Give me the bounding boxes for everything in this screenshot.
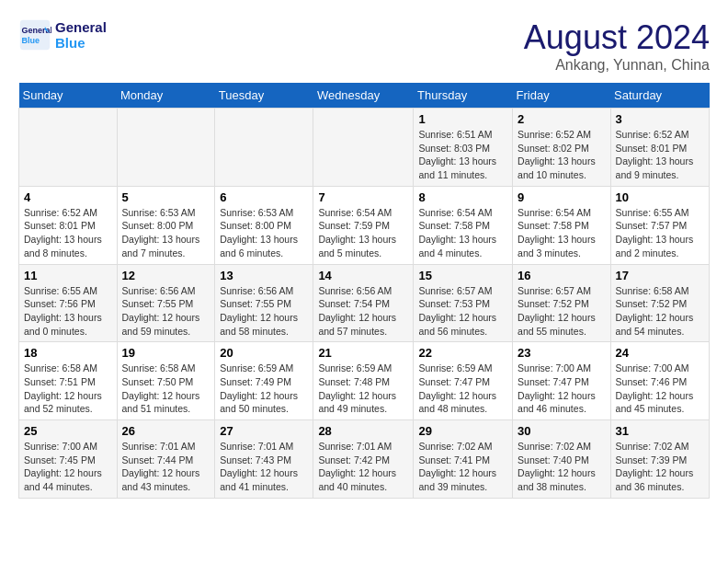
calendar-cell: 3Sunrise: 6:52 AMSunset: 8:01 PMDaylight… — [610, 109, 709, 187]
day-info: Sunrise: 6:55 AMSunset: 7:57 PMDaylight:… — [616, 206, 704, 260]
calendar-cell: 6Sunrise: 6:53 AMSunset: 8:00 PMDaylight… — [215, 186, 313, 264]
calendar-cell: 20Sunrise: 6:59 AMSunset: 7:49 PMDayligh… — [215, 342, 313, 420]
day-info: Sunrise: 6:59 AMSunset: 7:48 PMDaylight:… — [318, 362, 408, 416]
day-info: Sunrise: 7:00 AMSunset: 7:45 PMDaylight:… — [24, 440, 112, 494]
month-title: August 2024 — [524, 18, 710, 57]
location-title: Ankang, Yunnan, China — [524, 57, 710, 74]
day-number: 17 — [616, 269, 704, 282]
calendar-cell: 31Sunrise: 7:02 AMSunset: 7:39 PMDayligh… — [610, 420, 709, 499]
day-number: 13 — [220, 269, 308, 282]
weekday-header-tuesday: Tuesday — [215, 83, 313, 109]
day-number: 28 — [318, 424, 408, 438]
calendar-cell: 10Sunrise: 6:55 AMSunset: 7:57 PMDayligh… — [610, 186, 709, 264]
calendar-cell: 27Sunrise: 7:01 AMSunset: 7:43 PMDayligh… — [215, 420, 313, 499]
calendar-cell: 21Sunrise: 6:59 AMSunset: 7:48 PMDayligh… — [313, 342, 414, 420]
day-number: 20 — [220, 346, 308, 360]
weekday-header-monday: Monday — [117, 83, 215, 109]
day-number: 24 — [616, 346, 704, 360]
day-info: Sunrise: 6:53 AMSunset: 8:00 PMDaylight:… — [122, 206, 210, 260]
day-number: 31 — [616, 424, 704, 438]
calendar-cell: 7Sunrise: 6:54 AMSunset: 7:59 PMDaylight… — [313, 186, 414, 264]
calendar-cell: 29Sunrise: 7:02 AMSunset: 7:41 PMDayligh… — [414, 420, 513, 499]
day-info: Sunrise: 7:01 AMSunset: 7:42 PMDaylight:… — [318, 440, 408, 494]
calendar-cell — [117, 109, 215, 187]
calendar-cell: 26Sunrise: 7:01 AMSunset: 7:44 PMDayligh… — [117, 420, 215, 499]
calendar-week-row: 25Sunrise: 7:00 AMSunset: 7:45 PMDayligh… — [19, 420, 710, 499]
calendar-cell: 4Sunrise: 6:52 AMSunset: 8:01 PMDaylight… — [19, 186, 118, 264]
calendar-cell: 11Sunrise: 6:55 AMSunset: 7:56 PMDayligh… — [19, 264, 118, 342]
title-area: August 2024 Ankang, Yunnan, China — [524, 18, 710, 74]
calendar-cell: 13Sunrise: 6:56 AMSunset: 7:55 PMDayligh… — [215, 264, 313, 342]
day-number: 3 — [616, 112, 704, 126]
calendar-cell: 9Sunrise: 6:54 AMSunset: 7:58 PMDaylight… — [513, 186, 611, 264]
day-info: Sunrise: 6:57 AMSunset: 7:53 PMDaylight:… — [418, 284, 507, 339]
day-number: 26 — [122, 424, 210, 438]
day-info: Sunrise: 6:52 AMSunset: 8:01 PMDaylight:… — [616, 128, 704, 182]
calendar-cell: 12Sunrise: 6:56 AMSunset: 7:55 PMDayligh… — [117, 264, 215, 342]
calendar-table: SundayMondayTuesdayWednesdayThursdayFrid… — [18, 83, 710, 499]
day-info: Sunrise: 6:52 AMSunset: 8:01 PMDaylight:… — [24, 206, 112, 260]
logo-text-blue: Blue — [55, 35, 107, 51]
day-number: 22 — [418, 346, 507, 360]
day-number: 15 — [418, 269, 507, 282]
calendar-cell: 28Sunrise: 7:01 AMSunset: 7:42 PMDayligh… — [313, 420, 414, 499]
day-number: 29 — [418, 424, 507, 438]
day-number: 4 — [24, 190, 112, 204]
day-number: 23 — [518, 346, 606, 360]
day-info: Sunrise: 6:54 AMSunset: 7:58 PMDaylight:… — [518, 206, 606, 260]
day-info: Sunrise: 6:59 AMSunset: 7:47 PMDaylight:… — [418, 362, 507, 416]
calendar-cell: 8Sunrise: 6:54 AMSunset: 7:58 PMDaylight… — [414, 186, 513, 264]
calendar-cell — [19, 109, 118, 187]
day-number: 6 — [220, 190, 308, 204]
day-number: 2 — [518, 112, 606, 126]
calendar-cell: 2Sunrise: 6:52 AMSunset: 8:02 PMDaylight… — [513, 109, 611, 187]
day-number: 10 — [616, 190, 704, 204]
svg-text:Blue: Blue — [22, 36, 40, 45]
day-number: 21 — [318, 346, 408, 360]
calendar-week-row: 18Sunrise: 6:58 AMSunset: 7:51 PMDayligh… — [19, 342, 710, 420]
logo-icon: General Blue — [18, 18, 51, 52]
day-info: Sunrise: 6:58 AMSunset: 7:51 PMDaylight:… — [24, 362, 112, 416]
calendar-week-row: 11Sunrise: 6:55 AMSunset: 7:56 PMDayligh… — [19, 264, 710, 342]
day-info: Sunrise: 6:52 AMSunset: 8:02 PMDaylight:… — [518, 128, 606, 182]
calendar-week-row: 4Sunrise: 6:52 AMSunset: 8:01 PMDaylight… — [19, 186, 710, 264]
logo: General Blue General Blue — [18, 18, 107, 52]
day-info: Sunrise: 7:02 AMSunset: 7:40 PMDaylight:… — [518, 440, 606, 494]
day-info: Sunrise: 6:59 AMSunset: 7:49 PMDaylight:… — [220, 362, 308, 416]
day-info: Sunrise: 6:58 AMSunset: 7:52 PMDaylight:… — [616, 284, 704, 339]
day-info: Sunrise: 7:01 AMSunset: 7:44 PMDaylight:… — [122, 440, 210, 494]
calendar-cell: 25Sunrise: 7:00 AMSunset: 7:45 PMDayligh… — [19, 420, 118, 499]
weekday-header-saturday: Saturday — [610, 83, 709, 109]
day-info: Sunrise: 6:58 AMSunset: 7:50 PMDaylight:… — [122, 362, 210, 416]
weekday-header-friday: Friday — [513, 83, 611, 109]
day-info: Sunrise: 7:00 AMSunset: 7:46 PMDaylight:… — [616, 362, 704, 416]
weekday-header-row: SundayMondayTuesdayWednesdayThursdayFrid… — [19, 83, 710, 109]
calendar-cell — [215, 109, 313, 187]
day-info: Sunrise: 6:53 AMSunset: 8:00 PMDaylight:… — [220, 206, 308, 260]
day-number: 7 — [318, 190, 408, 204]
calendar-cell: 19Sunrise: 6:58 AMSunset: 7:50 PMDayligh… — [117, 342, 215, 420]
day-number: 25 — [24, 424, 112, 438]
day-number: 14 — [318, 269, 408, 282]
calendar-cell: 24Sunrise: 7:00 AMSunset: 7:46 PMDayligh… — [610, 342, 709, 420]
calendar-cell — [313, 109, 414, 187]
day-info: Sunrise: 7:02 AMSunset: 7:39 PMDaylight:… — [616, 440, 704, 494]
day-number: 11 — [24, 269, 112, 282]
day-number: 16 — [518, 269, 606, 282]
day-number: 5 — [122, 190, 210, 204]
day-info: Sunrise: 7:01 AMSunset: 7:43 PMDaylight:… — [220, 440, 308, 494]
calendar-cell: 23Sunrise: 7:00 AMSunset: 7:47 PMDayligh… — [513, 342, 611, 420]
day-info: Sunrise: 6:54 AMSunset: 7:58 PMDaylight:… — [418, 206, 507, 260]
page-header: General Blue General Blue August 2024 An… — [18, 18, 710, 74]
day-info: Sunrise: 6:56 AMSunset: 7:54 PMDaylight:… — [318, 284, 408, 339]
day-number: 12 — [122, 269, 210, 282]
logo-text-general: General — [55, 19, 107, 35]
weekday-header-thursday: Thursday — [414, 83, 513, 109]
day-info: Sunrise: 7:02 AMSunset: 7:41 PMDaylight:… — [418, 440, 507, 494]
day-number: 19 — [122, 346, 210, 360]
calendar-cell: 1Sunrise: 6:51 AMSunset: 8:03 PMDaylight… — [414, 109, 513, 187]
day-info: Sunrise: 6:55 AMSunset: 7:56 PMDaylight:… — [24, 284, 112, 339]
calendar-cell: 15Sunrise: 6:57 AMSunset: 7:53 PMDayligh… — [414, 264, 513, 342]
weekday-header-sunday: Sunday — [19, 83, 118, 109]
day-info: Sunrise: 7:00 AMSunset: 7:47 PMDaylight:… — [518, 362, 606, 416]
